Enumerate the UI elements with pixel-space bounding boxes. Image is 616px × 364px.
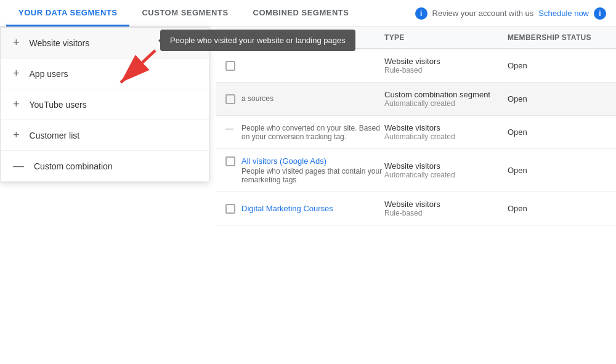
table-row-shaded: a sources Custom combination segment Aut…: [216, 83, 616, 116]
row-desc-converters: People who converted on your site. Based…: [241, 124, 384, 141]
dropdown-item-custom-combination[interactable]: — Custom combination: [1, 151, 209, 182]
row-checkbox-4[interactable]: [225, 156, 235, 166]
row-type-sub-converters: Automatically created: [384, 132, 508, 141]
row-name-cell-converters: — People who converted on your site. Bas…: [225, 124, 384, 141]
row-status-2: Open: [508, 94, 606, 103]
plus-icon-app-users: +: [13, 67, 20, 80]
segment-link-digital-marketing[interactable]: Digital Marketing Courses: [241, 204, 333, 213]
row-type-sub-5: Rule-based: [384, 209, 508, 217]
row-type-main-4: Website visitors: [384, 161, 508, 171]
top-right-notice: i Review your account with us Schedule n…: [415, 7, 616, 20]
segment-link-all-visitors[interactable]: All visitors (Google Ads): [241, 156, 326, 166]
info-icon-2: i: [594, 7, 606, 20]
table-area: Type Membership status Website visitors …: [216, 27, 616, 364]
row-type-main-5: Website visitors: [384, 200, 508, 209]
row-checkbox-1[interactable]: [225, 61, 235, 71]
row-status-converters: Open: [508, 127, 606, 137]
notice-text: Review your account with us: [432, 9, 534, 18]
row-name-cell-4: All visitors (Google Ads) People who vis…: [225, 156, 384, 184]
info-icon: i: [415, 7, 428, 20]
schedule-link[interactable]: Schedule now: [538, 9, 589, 18]
table-row-digital-marketing: Digital Marketing Courses Website visito…: [216, 192, 616, 225]
row-name-cell-5: Digital Marketing Courses: [225, 204, 384, 214]
row-type-5: Website visitors Rule-based: [384, 200, 508, 217]
row-name-content-4: All visitors (Google Ads) People who vis…: [241, 156, 384, 184]
row-name-content-converters: People who converted on your site. Based…: [241, 124, 384, 141]
table-row-converters: — People who converted on your site. Bas…: [216, 116, 616, 149]
row-type-sub-4: Automatically created: [384, 171, 508, 179]
row-name-content-2: a sources: [241, 94, 384, 103]
tooltip-website-visitors: People who visited your website or landi…: [160, 30, 355, 51]
row-name-cell-1: [225, 61, 384, 71]
row-checkbox-5[interactable]: [225, 204, 235, 214]
dropdown-item-app-users[interactable]: + App users: [1, 59, 209, 89]
dropdown-label-custom-combination: Custom combination: [34, 161, 113, 171]
table-row-all-visitors: All visitors (Google Ads) People who vis…: [216, 149, 616, 192]
dropdown-label-youtube-users: YouTube users: [30, 100, 87, 110]
plus-icon-website-visitors: +: [13, 36, 20, 49]
row-type-main-2: Custom combination segment: [384, 90, 508, 99]
row-checkbox-2[interactable]: [225, 94, 235, 104]
tab-custom-segments[interactable]: CUSTOM SEGMENTS: [129, 1, 240, 26]
row-name-content-5: Digital Marketing Courses: [241, 204, 384, 213]
row-status-5: Open: [508, 204, 606, 213]
row-type-sub-2: Automatically created: [384, 99, 508, 108]
dropdown-label-app-users: App users: [30, 69, 68, 79]
top-navigation: YOUR DATA SEGMENTS CUSTOM SEGMENTS COMBI…: [0, 0, 616, 27]
row-type-main-1: Website visitors: [384, 57, 508, 66]
row-type-2: Custom combination segment Automatically…: [384, 90, 508, 108]
tab-your-data-segments[interactable]: YOUR DATA SEGMENTS: [6, 1, 129, 26]
row-type-main-converters: Website visitors: [384, 123, 508, 132]
table-row: Website visitors Rule-based Open: [216, 49, 616, 83]
plus-icon-youtube-users: +: [13, 98, 20, 111]
tooltip-text: People who visited your website or landi…: [170, 36, 346, 45]
row-type-4: Website visitors Automatically created: [384, 161, 508, 179]
row-status-4: Open: [508, 166, 606, 175]
dropdown-label-customer-list: Customer list: [30, 131, 80, 140]
row-name-cell-2: a sources: [225, 94, 384, 104]
dropdown-item-youtube-users[interactable]: + YouTube users: [1, 89, 209, 120]
row-desc-2: a sources: [241, 94, 384, 103]
row-dash-converters: —: [225, 124, 235, 134]
plus-icon-customer-list: +: [13, 129, 20, 142]
main-content: + Website visitors + App users + YouTube…: [0, 27, 616, 364]
dropdown-label-website-visitors: Website visitors: [30, 38, 90, 48]
dropdown-item-customer-list[interactable]: + Customer list: [1, 120, 209, 151]
row-type-converters: Website visitors Automatically created: [384, 123, 508, 141]
tab-combined-segments[interactable]: COMBINED SEGMENTS: [241, 1, 362, 26]
row-desc-4: People who visited pages that contain yo…: [241, 167, 384, 184]
row-type-sub-1: Rule-based: [384, 66, 508, 75]
row-status-1: Open: [508, 61, 606, 70]
header-type: Type: [384, 33, 508, 42]
row-type-1: Website visitors Rule-based: [384, 57, 508, 75]
header-membership-status: Membership status: [508, 33, 606, 42]
minus-icon-custom-combination: —: [13, 160, 24, 172]
